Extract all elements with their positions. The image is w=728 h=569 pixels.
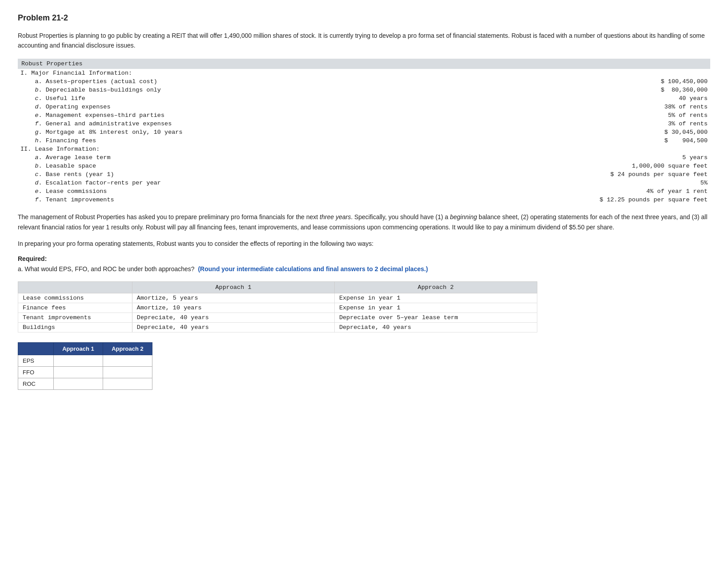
approaches-row-lease: Lease commissions Amortize, 5 years Expe… (18, 293, 537, 303)
input-row-roc: ROC (18, 378, 152, 390)
data-table: Robust Properties I. Major Financial Inf… (18, 59, 710, 204)
approaches-app2-finance: Expense in year 1 (335, 303, 537, 313)
approaches-label-finance: Finance fees (18, 303, 132, 313)
approaches-app1-tenant: Depreciate, 40 years (132, 313, 334, 323)
approaches-label-buildings: Buildings (18, 323, 132, 333)
value-h: $ 904,500 (431, 136, 710, 145)
approaches-label-tenant: Tenant improvements (18, 313, 132, 323)
approaches-app1-lease: Amortize, 5 years (132, 293, 334, 303)
lease-c: c. Base rents (year 1) (18, 170, 431, 179)
roc-app2-input[interactable] (108, 381, 148, 387)
row-label-eps: EPS (18, 355, 54, 367)
page-title: Problem 21-2 (18, 13, 710, 23)
lease-a: a. Average lease term (18, 153, 431, 162)
approaches-app2-lease: Expense in year 1 (335, 293, 537, 303)
eps-app2-input[interactable] (108, 357, 148, 364)
management-paragraph: The management of Robust Properties has … (18, 212, 710, 232)
value-f: 3% of rents (431, 120, 710, 128)
lease-value-d: 5% (431, 179, 710, 187)
question-a: a. What would EPS, FFO, and ROC be under… (18, 264, 710, 274)
item-d: d. Operating expenses (18, 103, 431, 111)
lease-b: b. Leasable space (18, 162, 431, 170)
approaches-header-1: Approach 1 (132, 282, 334, 293)
proforma-paragraph: In preparing your pro forma operating st… (18, 239, 710, 249)
row-label-ffo: FFO (18, 367, 54, 378)
input-cell-roc-app2[interactable] (103, 378, 152, 390)
lease-value-e: 4% of year 1 rent (431, 187, 710, 196)
section-i-label: I. Major Financial Information: (18, 69, 710, 77)
approaches-app2-tenant: Depreciate over 5–year lease term (335, 313, 537, 323)
input-row-eps: EPS (18, 355, 152, 367)
approaches-app1-buildings: Depreciate, 40 years (132, 323, 334, 333)
corner-cell (18, 343, 54, 355)
input-cell-roc-app1[interactable] (54, 378, 103, 390)
lease-value-b: 1,000,000 square feet (431, 162, 710, 170)
section-ii-label: II. Lease Information: (18, 145, 710, 153)
lease-f: f. Tenant improvements (18, 196, 431, 204)
approaches-row-tenant: Tenant improvements Depreciate, 40 years… (18, 313, 537, 323)
question-a-note: (Round your intermediate calculations an… (198, 265, 428, 272)
question-a-text: a. What would EPS, FFO, and ROC be under… (18, 265, 195, 272)
lease-e: e. Lease commissions (18, 187, 431, 196)
ffo-app2-input[interactable] (108, 369, 148, 376)
input-cell-ffo-app2[interactable] (103, 367, 152, 378)
lease-value-f: $ 12.25 pounds per square feet (431, 196, 710, 204)
required-label: Required: (18, 255, 710, 262)
approaches-label-lease: Lease commissions (18, 293, 132, 303)
approaches-row-buildings: Buildings Depreciate, 40 years Depreciat… (18, 323, 537, 333)
input-cell-ffo-app1[interactable] (54, 367, 103, 378)
intro-paragraph: Robust Properties is planning to go publ… (18, 31, 710, 51)
item-a: a. Assets–properties (actual cost) (18, 77, 431, 86)
item-h: h. Financing fees (18, 136, 431, 145)
input-row-ffo: FFO (18, 367, 152, 378)
input-header-app2: Approach 2 (103, 343, 152, 355)
approaches-header-2: Approach 2 (335, 282, 537, 293)
value-d: 38% of rents (431, 103, 710, 111)
ffo-app1-input[interactable] (58, 369, 98, 376)
approaches-app2-buildings: Depreciate, 40 years (335, 323, 537, 333)
approaches-row-finance: Finance fees Amortize, 10 years Expense … (18, 303, 537, 313)
input-cell-eps-app2[interactable] (103, 355, 152, 367)
input-header-app1: Approach 1 (54, 343, 103, 355)
value-a: $ 100,450,000 (431, 77, 710, 86)
input-cell-eps-app1[interactable] (54, 355, 103, 367)
row-label-roc: ROC (18, 378, 54, 390)
company-name: Robust Properties (18, 59, 710, 69)
value-c: 40 years (431, 94, 710, 103)
roc-app1-input[interactable] (58, 381, 98, 387)
item-c: c. Useful life (18, 94, 431, 103)
approaches-header-empty (18, 282, 132, 293)
value-e: 5% of rents (431, 111, 710, 120)
lease-value-c: $ 24 pounds per square feet (431, 170, 710, 179)
approaches-app1-finance: Amortize, 10 years (132, 303, 334, 313)
lease-d: d. Escalation factor–rents per year (18, 179, 431, 187)
item-e: e. Management expenses–third parties (18, 111, 431, 120)
input-grid: Approach 1 Approach 2 EPS FFO ROC (18, 342, 152, 390)
lease-value-a: 5 years (431, 153, 710, 162)
approaches-comparison-table: Approach 1 Approach 2 Lease commissions … (18, 281, 537, 333)
eps-app1-input[interactable] (58, 357, 98, 364)
item-f: f. General and administrative expenses (18, 120, 431, 128)
value-g: $ 30,045,000 (431, 128, 710, 136)
value-b: $ 80,360,000 (431, 86, 710, 94)
item-g: g. Mortgage at 8% interest only, 10 year… (18, 128, 431, 136)
item-b: b. Depreciable basis–buildings only (18, 86, 431, 94)
